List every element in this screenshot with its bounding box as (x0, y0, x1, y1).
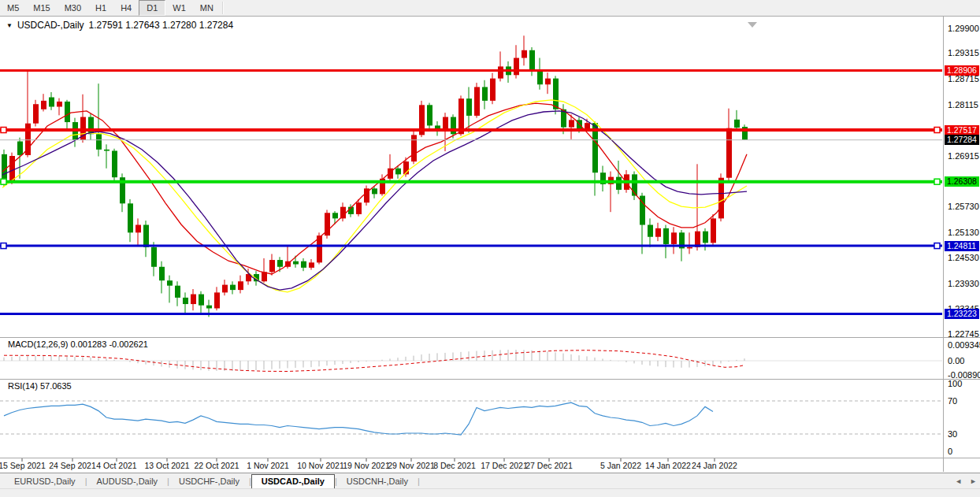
price-axis-label: 1.23930 (948, 279, 979, 288)
trading-terminal-window: M5M15M30H1H4D1W1MN ▼ USDCAD-,Daily 1.275… (0, 0, 980, 497)
symbol-tab-usdcnh[interactable]: USDCNH-,Daily (337, 475, 418, 488)
macd-axis-label: 0.009345 (948, 340, 980, 350)
price-axis-label: 1.28115 (948, 100, 978, 109)
price-level-badge: 1.26308 (945, 176, 979, 187)
rsi-axis-label: 0 (948, 447, 952, 456)
price-axis-label: 1.25730 (948, 202, 979, 211)
price-axis-label: 1.29315 (948, 48, 979, 57)
status-strip (0, 488, 980, 497)
macd-axis-label: 0.00 (948, 356, 964, 365)
rsi-axis-label: 30 (948, 429, 957, 439)
rsi-panel-group (0, 401, 942, 435)
price-level-badge: 1.23223 (945, 309, 979, 319)
price-level-badge: 1.24811 (945, 241, 979, 251)
date-axis-label: 10 Nov 2021 (297, 461, 344, 470)
date-axis-label: 4 Oct 2021 (96, 461, 136, 470)
tab-scroll-arrows: ◄ ► (955, 477, 977, 485)
price-axis-label: 1.24530 (948, 253, 979, 262)
price-axis-label: 1.22745 (948, 329, 979, 339)
rsi-axis-label: 100 (948, 379, 962, 388)
symbol-tab-usdchf[interactable]: USDCHF-,Daily (169, 475, 249, 488)
date-axis-label: 1 Nov 2021 (247, 461, 289, 470)
date-axis-label: 5 Jan 2022 (600, 461, 641, 470)
symbol-tab-bar: EURUSD-,Daily|AUDUSD-,Daily|USDCHF-,Dail… (0, 473, 980, 488)
date-axis-label: 17 Dec 2021 (481, 461, 528, 470)
date-axis-label: 24 Jan 2022 (692, 461, 737, 470)
date-axis-label: 14 Jan 2022 (645, 461, 691, 470)
date-axis-label: 24 Sep 2021 (49, 461, 96, 470)
tab-separator: | (418, 477, 420, 488)
price-level-badge: 1.27284 (945, 135, 979, 145)
symbol-tab-audusd[interactable]: AUDUSD-,Daily (87, 475, 167, 488)
symbol-tab-eurusd[interactable]: EURUSD-,Daily (5, 475, 85, 488)
price-axis-label: 1.29900 (948, 24, 979, 33)
date-axis-label: 22 Oct 2021 (194, 461, 239, 470)
price-level-badge: 1.28906 (945, 65, 979, 76)
date-axis-label: 29 Nov 2021 (388, 461, 435, 470)
price-axis-label: 1.25130 (948, 228, 979, 237)
rsi-indicator-label: RSI(14) 57.0635 (8, 381, 72, 391)
symbol-tab-usdcad[interactable]: USDCAD-,Daily (251, 474, 335, 489)
candles-group (2, 35, 748, 317)
price-axis-label: 1.26915 (948, 151, 979, 161)
macd-indicator-label: MACD(12,26,9) 0.001283 -0.002621 (8, 339, 148, 349)
price-level-badge: 1.27517 (945, 125, 979, 135)
chart-canvas[interactable] (0, 0, 980, 497)
date-axis-label: 13 Oct 2021 (144, 461, 189, 470)
date-axis-label: 27 Dec 2021 (525, 461, 573, 470)
rsi-axis-label: 70 (948, 396, 957, 406)
date-axis-label: 8 Dec 2021 (433, 461, 476, 470)
tab-scroll-right-icon[interactable]: ► (970, 477, 977, 485)
tab-scroll-left-icon[interactable]: ◄ (955, 477, 962, 485)
date-axis-label: 15 Sep 2021 (0, 461, 46, 470)
date-axis-label: 19 Nov 2021 (343, 461, 390, 470)
macd-panel-group (0, 350, 942, 371)
